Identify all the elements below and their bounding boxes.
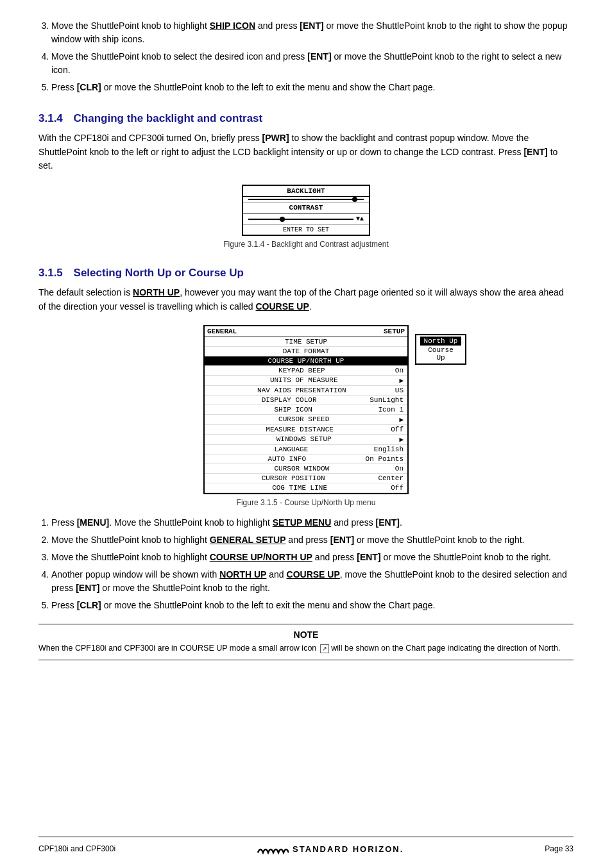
general-setup-label: GENERAL SETUP [210, 535, 286, 545]
ent-315-2: [ENT] [330, 535, 354, 545]
course-up-label: COURSE UP [256, 301, 309, 312]
menu-row: AUTO INFOOn Points [205, 455, 407, 464]
main-content: Move the ShuttlePoint knob to highlight … [38, 19, 574, 660]
course-up-option: Course Up [420, 346, 461, 362]
menu-row: CURSOR SPEED▶ [205, 415, 407, 425]
north-up-ref: NORTH UP [219, 569, 266, 580]
figure-314: BACKLIGHT CONTRAST ▼▲ ENTER TO SET [38, 185, 574, 236]
ent-315-4: [ENT] [76, 583, 99, 593]
standard-horizon-logo-waves [257, 841, 289, 856]
clr-label-1: [CLR] [77, 82, 101, 92]
north-up-label: NORTH UP [133, 287, 180, 297]
contrast-header: CONTRAST [243, 203, 369, 213]
section-314-body: With the CPF180i and CPF300i turned On, … [38, 131, 574, 173]
section-315-heading: 3.1.5 Selecting North Up or Course Up [38, 267, 574, 280]
menu-row: CURSOR POSITIONCenter [205, 474, 407, 483]
menu-row: MEASURE DISTANCEOff [205, 425, 407, 435]
menu-row: COG TIME LINEOff [205, 483, 407, 493]
north-up-option: North Up [420, 337, 461, 346]
note-title: NOTE [38, 630, 574, 640]
menu-row: TIME SETUP [205, 337, 407, 347]
step-315-3: Move the ShuttlePoint knob to highlight … [51, 551, 574, 564]
footer-model: CPF180i and CPF300i [38, 844, 115, 853]
course-up-ref: COURSE UP [287, 569, 340, 580]
slider-dot2 [280, 217, 285, 222]
backlight-popup: BACKLIGHT CONTRAST ▼▲ ENTER TO SET [242, 185, 370, 236]
menu-row: COURSE UP/NORTH UP [205, 356, 407, 366]
figure-315: GENERAL SETUP TIME SETUPDATE FORMATCOURS… [38, 325, 574, 494]
ent-315-3: [ENT] [357, 552, 380, 562]
setup-menu-container: GENERAL SETUP TIME SETUPDATE FORMATCOURS… [203, 325, 409, 494]
menu-row: UNITS OF MEASURE▶ [205, 376, 407, 386]
ent-label-3: [ENT] [523, 147, 547, 157]
menu-rows: TIME SETUPDATE FORMATCOURSE UP/NORTH UPK… [205, 337, 407, 493]
menu-row: NAV AIDS PRESENTATIONUS [205, 386, 407, 396]
menu-row: KEYPAD BEEPOn [205, 366, 407, 376]
menu-row: DATE FORMAT [205, 347, 407, 356]
logo-text: STANDARD HORIZON. [293, 844, 404, 854]
footer-logo: STANDARD HORIZON. [257, 841, 404, 856]
list-item-5: Press [CLR] or move the ShuttlePoint kno… [51, 81, 574, 94]
ent-315-1: [ENT] [376, 517, 400, 528]
menu-row: SHIP ICONIcon 1 [205, 405, 407, 415]
step-315-1: Press [MENU]. Move the ShuttlePoint knob… [51, 516, 574, 530]
footer: CPF180i and CPF300i STANDARD HORIZON. Pa… [38, 837, 574, 856]
menu-row: CURSOR WINDOWOn [205, 464, 407, 474]
clr-315-5: [CLR] [77, 600, 101, 610]
list-item-4: Move the ShuttlePoint knob to select the… [51, 50, 574, 77]
top-list: Move the ShuttlePoint knob to highlight … [51, 19, 574, 94]
figure-315-caption: Figure 3.1.5 - Course Up/North Up menu [38, 498, 574, 507]
list-item-3: Move the ShuttlePoint knob to highlight … [51, 19, 574, 46]
ent-label-2: [ENT] [307, 51, 331, 62]
north-course-popup: North Up Course Up [415, 334, 466, 365]
backlight-header: BACKLIGHT [243, 186, 369, 197]
slider-dot [352, 197, 357, 202]
backlight-slider [243, 197, 369, 203]
menu-row: WINDOWS SETUP▶ [205, 435, 407, 445]
setup-menu-label: SETUP MENU [273, 517, 332, 528]
course-north-label: COURSE UP/NORTH UP [210, 552, 312, 562]
footer-page: Page 33 [545, 844, 574, 853]
arrow-icon: ↗ [320, 644, 329, 653]
enter-to-set: ENTER TO SET [243, 225, 369, 235]
setup-menu: GENERAL SETUP TIME SETUPDATE FORMATCOURS… [203, 325, 409, 494]
note-box: NOTE When the CPF180i and CPF300i are in… [38, 624, 574, 660]
section-315-body: The default selection is NORTH UP, howev… [38, 286, 574, 313]
contrast-slider: ▼▲ [243, 213, 369, 225]
step-315-2: Move the ShuttlePoint knob to highlight … [51, 533, 574, 547]
menu-row: LANGUAGEEnglish [205, 445, 407, 455]
step-315-5: Press [CLR] or move the ShuttlePoint kno… [51, 599, 574, 612]
menu-title: GENERAL SETUP [205, 326, 407, 337]
section-314-heading: 3.1.4 Changing the backlight and contras… [38, 112, 574, 125]
figure-314-caption: Figure 3.1.4 - Backlight and Contrast ad… [38, 240, 574, 249]
note-text: When the CPF180i and CPF300i are in COUR… [38, 642, 574, 655]
step-315-4: Another popup window will be shown with … [51, 568, 574, 595]
menu-row: DISPLAY COLORSunLight [205, 396, 407, 405]
ent-label-1: [ENT] [300, 21, 323, 31]
ship-icon-label: SHIP ICON [210, 21, 255, 31]
pwr-label: [PWR] [262, 133, 289, 143]
section-315-steps: Press [MENU]. Move the ShuttlePoint knob… [51, 516, 574, 612]
menu-label: [MENU] [77, 517, 110, 528]
